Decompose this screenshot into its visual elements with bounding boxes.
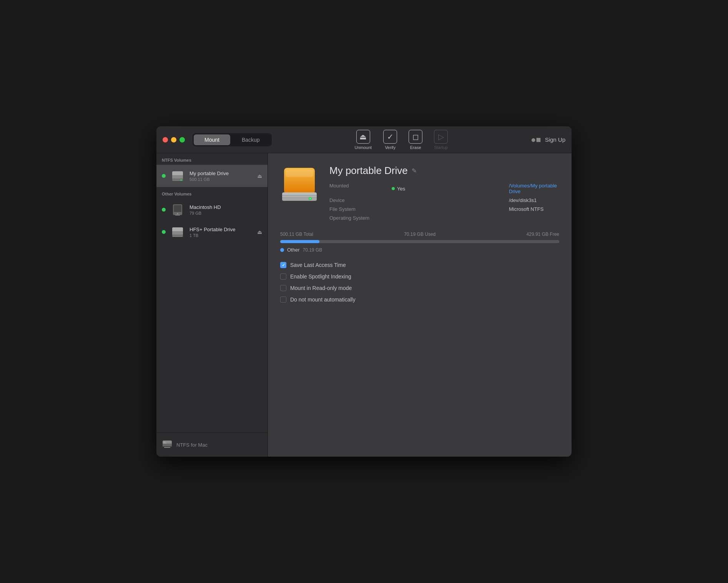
erase-icon: ◻ <box>409 130 422 144</box>
drive-info-2: HFS+ Portable Drive 1 TB <box>189 227 253 238</box>
checkbox-2[interactable] <box>280 285 286 291</box>
minimize-button[interactable] <box>171 137 176 142</box>
drive-name-2: HFS+ Portable Drive <box>189 227 253 232</box>
sidebar-section-ntfs: NTFS Volumes <box>156 153 268 165</box>
eject-button-2[interactable]: ⏏ <box>257 229 262 235</box>
svg-rect-17 <box>163 442 166 442</box>
tab-group: Mount Backup <box>193 133 272 146</box>
drive-details: My portable Drive ✎ Mounted Yes /Volumes… <box>329 165 559 221</box>
drive-info-0: My portable Drive 500.11 GB <box>189 171 253 182</box>
tab-mount[interactable]: Mount <box>194 134 230 145</box>
drive-visual <box>280 165 319 207</box>
drive-title: My portable Drive <box>329 165 408 177</box>
drive-title-row: My portable Drive ✎ <box>329 165 559 177</box>
sidebar-section-other: Other Volumes <box>156 187 268 199</box>
drive-icon-1 <box>170 202 185 217</box>
device-value <box>392 197 442 203</box>
storage-legend: Other 70.19 GB <box>280 247 559 253</box>
sidebar-item-hfs-drive[interactable]: HFS+ Portable Drive 1 TB ⏏ <box>156 221 268 243</box>
option-row-2[interactable]: Mount in Read-only mode <box>280 285 559 291</box>
mounted-value: Yes <box>392 183 442 194</box>
filesystem-label: File System <box>329 206 387 212</box>
startup-label: Startup <box>434 145 447 150</box>
close-button[interactable] <box>163 137 168 142</box>
signup-button[interactable]: Sign Up <box>545 136 565 143</box>
app-icon <box>162 438 173 451</box>
footer-label: NTFS for Mac <box>176 442 208 448</box>
svg-rect-18 <box>163 443 166 444</box>
unmount-toolbar-item[interactable]: ⏏ Unmount <box>355 130 372 150</box>
drive-info-1: Macintosh HD 79 GB <box>189 204 262 215</box>
toolbar-right: ●■ Sign Up <box>531 135 565 145</box>
mounted-label: Mounted <box>329 183 387 194</box>
mounted-green-dot <box>392 187 395 190</box>
svg-point-28 <box>309 198 311 199</box>
erase-label: Erase <box>410 145 421 150</box>
drive-name-0: My portable Drive <box>189 171 253 176</box>
drive-icon-0 <box>170 169 185 183</box>
drive-size-1: 79 GB <box>189 211 262 215</box>
verify-toolbar-item[interactable]: ✓ Verify <box>383 130 397 150</box>
startup-toolbar-item: ▷ Startup <box>434 130 448 150</box>
spacer-label <box>447 183 504 194</box>
option-label-1: Enable Spotlight Indexing <box>290 273 351 280</box>
free-stat: 429.91 GB Free <box>527 232 559 237</box>
mounted-path[interactable]: /Volumes/My portable Drive <box>509 183 559 194</box>
svg-point-8 <box>177 213 178 214</box>
storage-bar <box>280 240 559 243</box>
option-label-0: Save Last Access Time <box>290 262 346 268</box>
svg-rect-24 <box>282 192 317 201</box>
checkbox-1[interactable] <box>280 273 286 280</box>
info-grid: Mounted Yes /Volumes/My portable Drive D… <box>329 183 559 221</box>
mounted-dot-2 <box>162 230 166 234</box>
option-row-0[interactable]: ✓ Save Last Access Time <box>280 262 559 268</box>
fullscreen-button[interactable] <box>180 137 185 142</box>
storage-stats: 500.11 GB Total 70.19 GB Used 429.91 GB … <box>280 232 559 237</box>
checkbox-0[interactable]: ✓ <box>280 262 286 268</box>
drive-name-1: Macintosh HD <box>189 204 262 210</box>
filesystem-value <box>392 206 442 212</box>
verify-icon: ✓ <box>383 130 397 144</box>
svg-rect-7 <box>174 205 181 212</box>
legend-size: 70.19 GB <box>303 247 322 253</box>
mounted-dot-1 <box>162 208 166 212</box>
main-area: NTFS Volumes My portable Drive <box>156 153 572 457</box>
tab-backup[interactable]: Backup <box>231 134 271 145</box>
verify-label: Verify <box>385 145 396 150</box>
edit-icon[interactable]: ✎ <box>412 167 417 174</box>
spacer-label2 <box>447 197 504 203</box>
app-window: Mount Backup ⏏ Unmount ✓ Verify ◻ Erase … <box>156 126 572 457</box>
option-row-1[interactable]: Enable Spotlight Indexing <box>280 273 559 280</box>
drive-size-2: 1 TB <box>189 233 253 238</box>
sidebar-footer: NTFS for Mac <box>156 432 268 457</box>
sidebar: NTFS Volumes My portable Drive <box>156 153 268 457</box>
toolbar-center: ⏏ Unmount ✓ Verify ◻ Erase ▷ Startup <box>272 130 531 150</box>
option-label-3: Do not mount automatically <box>290 296 356 303</box>
eject-button-0[interactable]: ⏏ <box>257 173 262 179</box>
traffic-lights <box>163 137 185 142</box>
check-mark-0: ✓ <box>282 263 285 268</box>
legend-label: Other <box>287 247 300 253</box>
drive-icon-2 <box>170 225 185 239</box>
svg-rect-20 <box>163 446 172 447</box>
filesystem-type: Microsoft NTFS <box>509 206 559 212</box>
spacer-label3 <box>447 206 504 212</box>
svg-rect-14 <box>172 235 183 237</box>
checkbox-3[interactable] <box>280 296 286 303</box>
device-label: Device <box>329 197 387 203</box>
user-icon: ●■ <box>531 135 541 145</box>
erase-toolbar-item[interactable]: ◻ Erase <box>409 130 422 150</box>
unmount-label: Unmount <box>355 145 372 150</box>
device-path: /dev/disk3s1 <box>509 197 559 203</box>
drive-size-0: 500.11 GB <box>189 177 253 182</box>
option-row-3[interactable]: Do not mount automatically <box>280 296 559 303</box>
options-section: ✓ Save Last Access Time Enable Spotlight… <box>280 262 559 303</box>
option-label-2: Mount in Read-only mode <box>290 285 352 291</box>
sidebar-spacer <box>156 243 268 432</box>
sidebar-item-portable-drive[interactable]: My portable Drive 500.11 GB ⏏ <box>156 165 268 187</box>
storage-bar-fill <box>280 240 319 243</box>
used-stat: 70.19 GB Used <box>404 232 435 237</box>
svg-rect-23 <box>286 169 313 177</box>
startup-icon: ▷ <box>434 130 448 144</box>
sidebar-item-macintosh-hd[interactable]: Macintosh HD 79 GB <box>156 199 268 221</box>
